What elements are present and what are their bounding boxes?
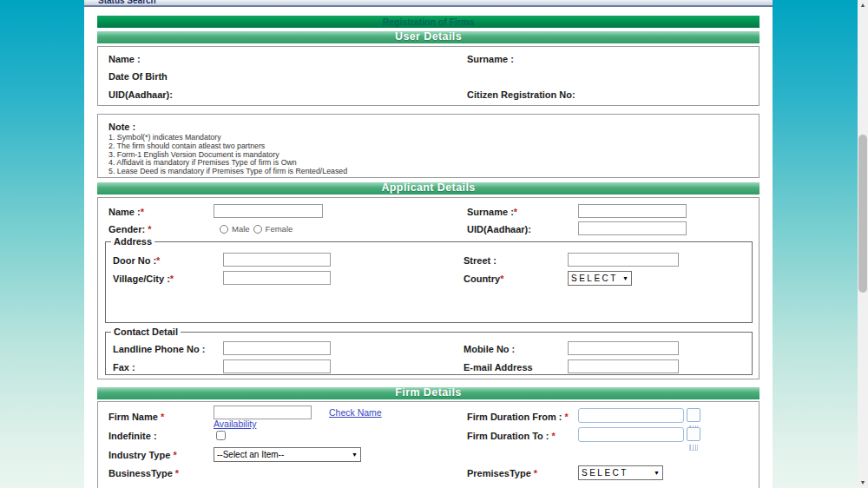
availability-link[interactable]: Availability	[214, 419, 256, 429]
required-marker: *	[514, 207, 517, 217]
premises-type-label: PremisesType *	[467, 468, 537, 478]
required-marker: *	[500, 274, 503, 284]
check-name-link[interactable]: Check Name	[329, 407, 382, 418]
gender-male-label: Male	[232, 224, 250, 234]
section-header-applicant-details: Applicant Details	[97, 182, 760, 195]
contact-fieldset: Contact Detail Landline Phone No : Mobil…	[105, 326, 753, 375]
top-menu-bar: Status Search	[84, 0, 773, 7]
duration-from-input[interactable]	[578, 408, 684, 423]
required-marker: *	[170, 274, 174, 284]
section-header-firm-details: Firm Details	[97, 387, 760, 399]
fax-input[interactable]	[223, 359, 331, 373]
mobile-input[interactable]	[568, 341, 679, 355]
duration-from-label: Firm Duration From : *	[467, 412, 569, 422]
village-city-label: Village/City :*	[113, 274, 174, 284]
indefinite-label: Indefinite :	[108, 431, 157, 441]
door-no-input[interactable]	[223, 253, 331, 267]
email-label: E-mail Address	[464, 362, 533, 373]
industry-type-select-value: --Select an Item--	[217, 450, 284, 459]
gender-female-label: Female	[266, 224, 293, 234]
address-legend: Address	[111, 236, 155, 247]
duration-from-calendar-icon[interactable]	[687, 408, 700, 422]
note-item-5: 5. Lease Deed is mandatory if Premises T…	[108, 168, 748, 176]
applicant-name-input[interactable]	[214, 204, 323, 218]
gender-radio-group: Male Female	[220, 224, 293, 234]
door-no-label: Door No :*	[113, 255, 160, 266]
firm-name-label: Firm Name *	[108, 412, 164, 422]
required-marker: *	[161, 412, 164, 422]
country-select[interactable]: SELECT ▼	[568, 271, 632, 286]
country-label: Country*	[464, 274, 503, 284]
applicant-uid-input[interactable]	[578, 221, 687, 235]
user-citizen-reg-label: Citizen Registration No:	[467, 89, 575, 100]
gender-female-radio[interactable]	[253, 225, 262, 234]
user-surname-label: Surname :	[467, 54, 514, 64]
note-box: Note : 1. Symbol(*) indicates Mandatory …	[97, 114, 760, 178]
dropdown-arrow-icon: ▼	[352, 452, 358, 458]
duration-to-input[interactable]	[578, 427, 684, 442]
applicant-surname-input[interactable]	[578, 204, 687, 218]
vertical-scrollbar[interactable]: ▲ ▼	[858, 0, 868, 488]
duration-to-label: Firm Duration To : *	[467, 431, 556, 441]
premises-type-select[interactable]: SELECT ▼	[578, 465, 663, 480]
mobile-label: Mobile No :	[464, 344, 515, 354]
required-marker: *	[141, 207, 144, 217]
note-title: Note :	[108, 122, 748, 132]
required-marker: *	[534, 468, 537, 478]
user-details-box: Name : Surname : Date Of Birth UID(Aadha…	[97, 46, 760, 106]
premises-type-select-value: SELECT	[582, 468, 628, 478]
menu-item-status-search[interactable]: Status Search	[98, 0, 156, 5]
dropdown-arrow-icon: ▼	[654, 470, 660, 476]
address-fieldset: Address Door No :* Street : Village/City…	[105, 236, 753, 323]
industry-type-label: Industry Type *	[108, 450, 177, 460]
indefinite-checkbox[interactable]	[216, 431, 226, 440]
email-input[interactable]	[568, 359, 679, 373]
applicant-surname-label: Surname :*	[467, 207, 517, 217]
scrollbar-down-icon[interactable]: ▼	[858, 478, 868, 488]
duration-to-calendar-icon[interactable]	[687, 427, 700, 441]
required-marker: *	[148, 224, 151, 234]
required-marker: *	[156, 255, 160, 266]
landline-label: Landline Phone No :	[113, 344, 205, 354]
country-select-value: SELECT	[571, 274, 618, 283]
content-page: Status Search Registration of Firms User…	[84, 0, 773, 488]
required-marker: *	[552, 431, 556, 441]
gender-male-radio[interactable]	[220, 225, 228, 234]
scrollbar-up-icon[interactable]: ▲	[858, 0, 868, 10]
user-dob-label: Date Of Birth	[108, 71, 168, 82]
page-title: Registration of Firms	[97, 16, 760, 28]
firm-name-input[interactable]	[214, 406, 312, 419]
gender-label: Gender: *	[108, 224, 152, 234]
user-uid-label: UID(Aadhaar):	[108, 89, 173, 100]
required-marker: *	[564, 412, 568, 422]
fax-label: Fax :	[113, 362, 135, 373]
applicant-uid-label: UID(Aadhaar):	[467, 224, 531, 234]
scrollbar-thumb[interactable]	[858, 135, 867, 293]
section-header-user-details: User Details	[97, 31, 760, 43]
dropdown-arrow-icon: ▼	[622, 275, 628, 281]
landline-input[interactable]	[223, 341, 331, 355]
street-input[interactable]	[568, 253, 679, 267]
applicant-details-box: Name :* Surname :* Gender: * Male Female…	[97, 197, 760, 379]
required-marker: *	[173, 450, 176, 460]
applicant-name-label: Name :*	[108, 207, 144, 217]
required-marker: *	[175, 468, 179, 478]
street-label: Street :	[464, 255, 496, 266]
firm-details-box: Firm Name * Check Name Availability Firm…	[97, 401, 760, 488]
industry-type-select[interactable]: --Select an Item-- ▼	[214, 447, 361, 462]
village-city-input[interactable]	[223, 271, 331, 285]
user-name-label: Name :	[108, 54, 141, 64]
business-type-label: BusinessType *	[108, 468, 179, 478]
contact-legend: Contact Detail	[111, 326, 181, 337]
